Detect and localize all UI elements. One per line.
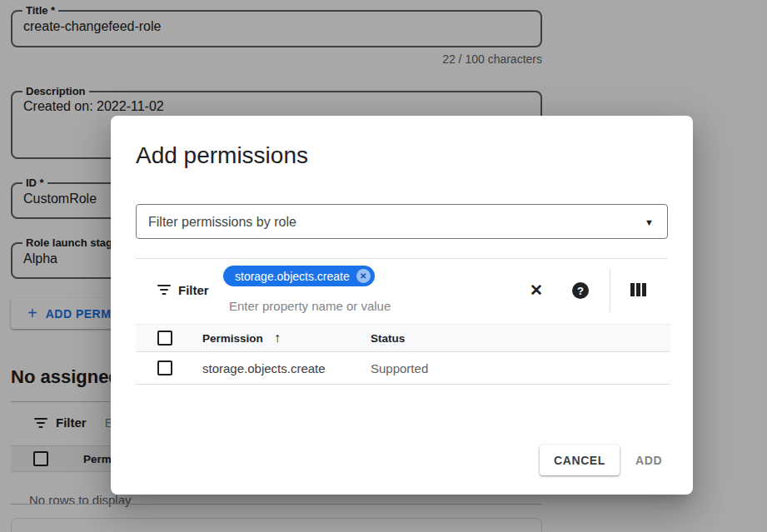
sort-ascending-icon[interactable]: ↑ (274, 331, 281, 346)
filter-icon (157, 285, 172, 296)
clear-filter-button[interactable]: ✕ (530, 281, 543, 300)
add-button[interactable]: ADD (625, 445, 672, 475)
chevron-down-icon: ▼ (645, 205, 654, 240)
table-row[interactable]: storage.objects.create Supported (136, 352, 670, 385)
permission-cell: storage.objects.create (202, 361, 326, 375)
dialog-title: Add permissions (136, 142, 308, 169)
role-select-placeholder: Filter permissions by role (148, 205, 296, 240)
status-cell: Supported (371, 361, 428, 375)
status-column-header[interactable]: Status (371, 332, 405, 345)
chip-remove-icon[interactable]: ✕ (356, 269, 371, 283)
add-permissions-dialog: Add permissions Filter permissions by ro… (111, 116, 693, 495)
column-display-options-icon[interactable] (630, 283, 646, 296)
filter-chip-label: storage.objects.create (235, 270, 350, 283)
cancel-button[interactable]: CANCEL (540, 445, 620, 475)
filter-chip[interactable]: storage.objects.create ✕ (223, 266, 375, 286)
permissions-table-header: Permission ↑ Status (136, 324, 670, 352)
filter-input-placeholder[interactable]: Enter property name or value (229, 299, 391, 313)
help-icon[interactable]: ? (572, 282, 589, 299)
select-all-checkbox[interactable] (157, 331, 172, 346)
divider (136, 258, 668, 259)
divider (610, 269, 610, 312)
permission-column-header[interactable]: Permission (202, 332, 263, 345)
filter-permissions-by-role-select[interactable]: Filter permissions by role ▼ (136, 204, 668, 239)
row-checkbox[interactable] (157, 360, 172, 375)
filter-label: Filter (178, 283, 209, 297)
